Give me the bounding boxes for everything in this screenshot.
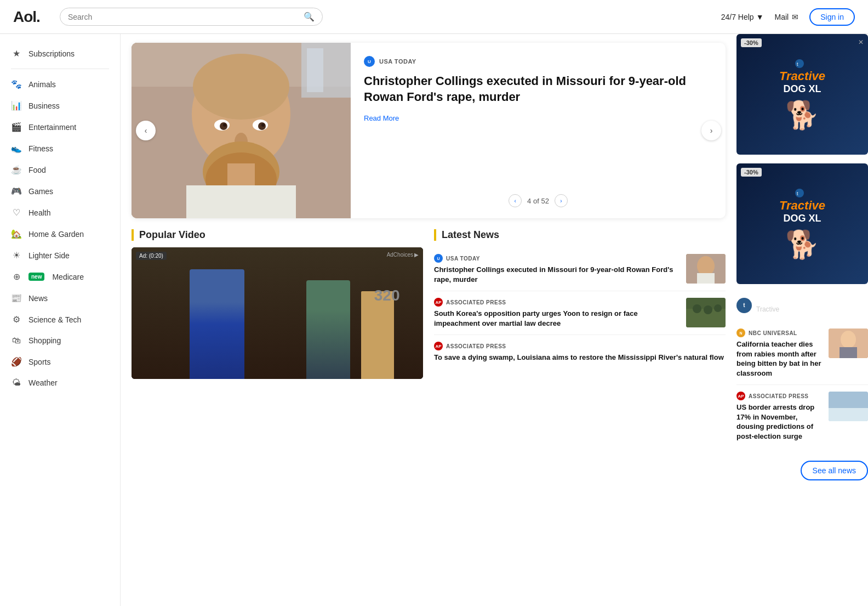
- sidebar-item-fitness[interactable]: 👟 Fitness: [0, 138, 120, 159]
- entertainment-icon: 🎬: [11, 122, 22, 132]
- news-source-name: USA TODAY: [446, 256, 480, 262]
- science-tech-icon: ⚙: [11, 314, 22, 325]
- news-item-content: U USA TODAY Christopher Collings execute…: [434, 254, 679, 284]
- sponsor-row: t Holiday Deals: 40% Off Tractive: [736, 297, 868, 313]
- svg-rect-34: [829, 408, 868, 421]
- right-news-title[interactable]: California teacher dies from rabies mont…: [736, 339, 822, 378]
- ad1-product-name: DOG XL: [783, 83, 821, 95]
- right-news-section: N NBC Universal California teacher dies …: [736, 322, 868, 448]
- right-news-source-row: AP Associated Press: [736, 392, 822, 400]
- sidebar-item-label: Science & Tech: [28, 315, 81, 324]
- help-button[interactable]: 24/7 Help ▼: [721, 13, 764, 21]
- sidebar-item-health[interactable]: ♡ Health: [0, 202, 120, 223]
- main-content: ‹: [121, 34, 736, 606]
- news-item-content: AP Associated Press To save a dying swam…: [434, 342, 726, 363]
- ad-unit-2[interactable]: -30% t Tractive DOG XL 🐕: [736, 163, 868, 284]
- sidebar-item-games[interactable]: 🎮 Games: [0, 180, 120, 202]
- svg-point-25: [714, 304, 722, 312]
- ap-source-icon: AP: [434, 342, 443, 350]
- svg-rect-20: [697, 273, 715, 284]
- news-item: U USA TODAY Christopher Collings execute…: [434, 247, 726, 291]
- sidebar-item-shopping[interactable]: 🛍 Shopping: [0, 330, 120, 351]
- sidebar-item-science-tech[interactable]: ⚙ Science & Tech: [0, 309, 120, 330]
- search-bar: 🔍: [60, 8, 323, 26]
- ad1-brand-name: Tractive: [779, 69, 825, 83]
- ad-time-badge: Ad: (0:20): [136, 252, 167, 260]
- sidebar-item-medicare[interactable]: ⊕ new Medicare: [0, 266, 120, 287]
- sponsor-deal: Holiday Deals: 40% Off: [756, 297, 834, 305]
- news-title[interactable]: Christopher Collings executed in Missour…: [434, 265, 679, 284]
- svg-point-31: [841, 331, 856, 348]
- news-item: AP Associated Press South Korea's opposi…: [434, 291, 726, 335]
- hero-pagination: ‹ 4 of 52 ›: [364, 188, 712, 209]
- hero-face-svg: [132, 43, 351, 218]
- hero-pagination-prev[interactable]: ‹: [509, 194, 522, 207]
- sidebar-item-label: Animals: [28, 80, 56, 89]
- medicare-icon: ⊕: [11, 271, 22, 282]
- sidebar-item-lighter-side[interactable]: ☀ Lighter Side: [0, 245, 120, 266]
- help-chevron-icon: ▼: [756, 13, 764, 21]
- hero-next-button[interactable]: ›: [701, 121, 721, 140]
- hero-prev-button[interactable]: ‹: [136, 121, 156, 140]
- svg-point-23: [693, 304, 701, 313]
- business-icon: 📊: [11, 100, 22, 111]
- news-source-name: Associated Press: [446, 299, 506, 305]
- search-icon[interactable]: 🔍: [304, 12, 315, 22]
- ad1-discount: -30%: [741, 38, 762, 47]
- ad1-close-icon[interactable]: ✕: [858, 38, 864, 46]
- right-sidebar: -30% ✕ t Tractive DOG XL 🐕 -30% t Tracti…: [736, 34, 868, 606]
- subscriptions-icon: ★: [11, 48, 22, 59]
- video-person2: [306, 280, 350, 379]
- ad-choices-icon: ▶: [414, 252, 419, 258]
- search-input[interactable]: [68, 13, 299, 21]
- sidebar-item-weather[interactable]: 🌤 Weather: [0, 372, 120, 393]
- sponsor-name: Tractive: [756, 305, 834, 313]
- right-news-source-2: Associated Press: [749, 393, 809, 399]
- right-news-thumbnail-2: [829, 392, 868, 421]
- hero-read-more-link[interactable]: Read More: [364, 114, 399, 122]
- sidebar-divider: [11, 69, 109, 69]
- sidebar-item-subscriptions[interactable]: ★ Subscriptions: [0, 43, 120, 64]
- see-all-news-button[interactable]: See all news: [801, 461, 868, 480]
- hero-pagination-text: 4 of 52: [527, 197, 549, 205]
- news-title[interactable]: South Korea's opposition party urges Yoo…: [434, 309, 679, 328]
- sidebar-item-home-garden[interactable]: 🏡 Home & Garden: [0, 223, 120, 245]
- header-right: 24/7 Help ▼ Mail ✉ Sign in: [721, 8, 855, 26]
- sidebar-item-entertainment[interactable]: 🎬 Entertainment: [0, 116, 120, 138]
- ad2-discount: -30%: [741, 168, 762, 177]
- right-thumb-image: [829, 329, 868, 358]
- sidebar-item-label: Medicare: [52, 273, 84, 281]
- hero-pagination-next[interactable]: ›: [555, 194, 568, 207]
- ad-choices-label: AdChoices ▶: [387, 252, 419, 258]
- sidebar-item-news[interactable]: 📰 News: [0, 287, 120, 309]
- weather-icon: 🌤: [11, 378, 22, 388]
- ad-unit-1[interactable]: -30% ✕ t Tractive DOG XL 🐕: [736, 34, 868, 155]
- right-news-title-2[interactable]: US border arrests drop 17% in November, …: [736, 403, 822, 441]
- sign-in-button[interactable]: Sign in: [809, 8, 855, 26]
- news-title[interactable]: To save a dying swamp, Louisiana aims to…: [434, 353, 726, 363]
- svg-point-9: [261, 123, 265, 127]
- sidebar-item-label: Shopping: [28, 336, 61, 345]
- right-news-thumbnail: [829, 329, 868, 358]
- right-news-item: N NBC Universal California teacher dies …: [736, 322, 868, 385]
- video-player[interactable]: Ad: (0:20) AdChoices ▶ 320: [132, 247, 423, 379]
- sidebar-item-sports[interactable]: 🏈 Sports: [0, 351, 120, 372]
- aol-logo[interactable]: Aol.: [13, 8, 40, 26]
- mail-button[interactable]: Mail ✉: [775, 13, 799, 21]
- usatoday-source-icon: U: [434, 254, 443, 263]
- shopping-icon: 🛍: [11, 336, 22, 346]
- sidebar-item-food[interactable]: ☕ Food: [0, 159, 120, 180]
- sidebar-item-animals[interactable]: 🐾 Animals: [0, 73, 120, 95]
- tractive-logo-1: t: [794, 58, 810, 69]
- ad2-product-name: DOG XL: [783, 213, 821, 224]
- right-news-source: NBC Universal: [749, 330, 797, 336]
- sidebar-item-label: Weather: [28, 378, 58, 387]
- svg-point-8: [223, 123, 226, 127]
- video-door: [361, 291, 394, 379]
- svg-rect-32: [840, 347, 857, 358]
- news-thumb-image: [686, 298, 726, 327]
- news-item-content: AP Associated Press South Korea's opposi…: [434, 298, 679, 328]
- hero-title: Christopher Collings executed in Missour…: [364, 73, 712, 105]
- health-icon: ♡: [11, 207, 22, 218]
- sidebar-item-business[interactable]: 📊 Business: [0, 95, 120, 116]
